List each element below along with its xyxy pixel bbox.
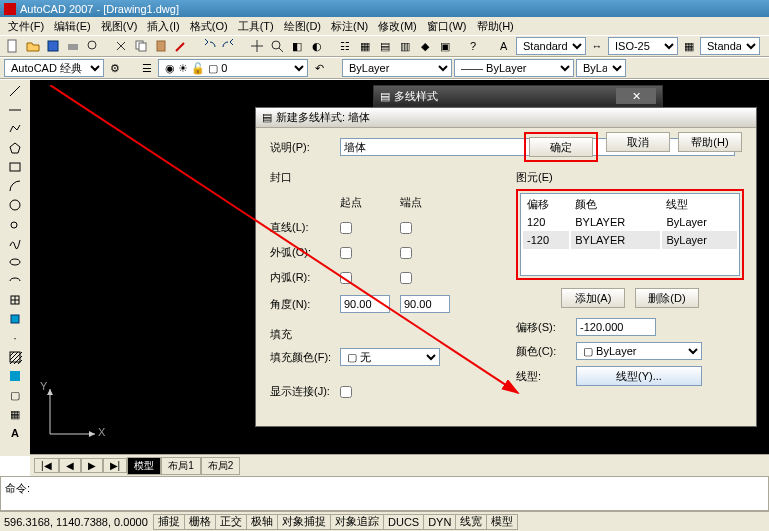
block-icon[interactable]: [6, 310, 24, 328]
menu-view[interactable]: 视图(V): [97, 19, 142, 34]
add-button[interactable]: 添加(A): [561, 288, 625, 308]
xline-icon[interactable]: [6, 101, 24, 119]
workspace-select[interactable]: AutoCAD 经典: [4, 59, 104, 77]
lineweight-select[interactable]: ByLa: [576, 59, 626, 77]
markup-icon[interactable]: ◆: [416, 37, 434, 55]
status-ducs[interactable]: DUCS: [383, 514, 424, 530]
menu-insert[interactable]: 插入(I): [143, 19, 183, 34]
caps-inner-end-check[interactable]: [400, 272, 412, 284]
arc-icon[interactable]: [6, 177, 24, 195]
elem-color-select[interactable]: ▢ ByLayer: [576, 342, 702, 360]
status-model[interactable]: 模型: [486, 514, 518, 530]
caps-line-start-check[interactable]: [340, 222, 352, 234]
menu-edit[interactable]: 编辑(E): [50, 19, 95, 34]
status-osnap[interactable]: 对象捕捉: [277, 514, 331, 530]
tab-model[interactable]: 模型: [127, 457, 161, 475]
menu-dim[interactable]: 标注(N): [327, 19, 372, 34]
menu-file[interactable]: 文件(F): [4, 19, 48, 34]
dcenter-icon[interactable]: ▦: [356, 37, 374, 55]
toolpal-icon[interactable]: ▤: [376, 37, 394, 55]
help-icon[interactable]: ?: [464, 37, 482, 55]
polygon-icon[interactable]: [6, 139, 24, 157]
zoom-prev-icon[interactable]: ◐: [308, 37, 326, 55]
offset-input[interactable]: [576, 318, 656, 336]
status-ortho[interactable]: 正交: [215, 514, 247, 530]
dimstyle-select[interactable]: ISO-25: [608, 37, 678, 55]
revcloud-icon[interactable]: [6, 215, 24, 233]
status-snap[interactable]: 捕捉: [153, 514, 185, 530]
status-dyn[interactable]: DYN: [423, 514, 456, 530]
zoom-window-icon[interactable]: ◧: [288, 37, 306, 55]
tab-nav-next[interactable]: ▶: [81, 458, 103, 473]
status-otrack[interactable]: 对象追踪: [330, 514, 384, 530]
zoom-icon[interactable]: [268, 37, 286, 55]
line-icon[interactable]: [6, 82, 24, 100]
tab-layout1[interactable]: 布局1: [161, 457, 201, 475]
print-icon[interactable]: [64, 37, 82, 55]
ws-settings-icon[interactable]: ⚙: [106, 59, 124, 77]
color-select[interactable]: ByLayer: [342, 59, 452, 77]
spline-icon[interactable]: [6, 234, 24, 252]
sheet-icon[interactable]: ▥: [396, 37, 414, 55]
linetype-select[interactable]: —— ByLayer: [454, 59, 574, 77]
cut-icon[interactable]: [112, 37, 130, 55]
elements-table[interactable]: 偏移 颜色 线型 120BYLAYERByLayer -120BYLAYERBy…: [520, 193, 740, 276]
status-polar[interactable]: 极轴: [246, 514, 278, 530]
ok-button[interactable]: 确定: [529, 137, 593, 157]
pline-icon[interactable]: [6, 120, 24, 138]
showjoints-check[interactable]: [340, 386, 352, 398]
circle-icon[interactable]: [6, 196, 24, 214]
angle-start-input[interactable]: [340, 295, 390, 313]
properties-icon[interactable]: ☷: [336, 37, 354, 55]
fillcolor-select[interactable]: ▢ 无: [340, 348, 440, 366]
mtext-icon[interactable]: A: [6, 424, 24, 442]
caps-line-end-check[interactable]: [400, 222, 412, 234]
caps-inner-start-check[interactable]: [340, 272, 352, 284]
region-icon[interactable]: ▢: [6, 386, 24, 404]
pan-icon[interactable]: [248, 37, 266, 55]
menu-help[interactable]: 帮助(H): [473, 19, 518, 34]
caps-outer-end-check[interactable]: [400, 247, 412, 259]
tab-nav-last[interactable]: ▶|: [103, 458, 128, 473]
dimstyle-icon[interactable]: ↔: [588, 37, 606, 55]
table-row[interactable]: 120BYLAYERByLayer: [523, 215, 737, 229]
ellipsearc-icon[interactable]: [6, 272, 24, 290]
calc-icon[interactable]: ▣: [436, 37, 454, 55]
layer-prev-icon[interactable]: ↶: [310, 59, 328, 77]
angle-end-input[interactable]: [400, 295, 450, 313]
paste-icon[interactable]: [152, 37, 170, 55]
gradient-icon[interactable]: [6, 367, 24, 385]
undo-icon[interactable]: [200, 37, 218, 55]
menu-tools[interactable]: 工具(T): [234, 19, 278, 34]
menu-window[interactable]: 窗口(W): [423, 19, 471, 34]
match-icon[interactable]: [172, 37, 190, 55]
status-grid[interactable]: 栅格: [184, 514, 216, 530]
point-icon[interactable]: ·: [6, 329, 24, 347]
save-icon[interactable]: [44, 37, 62, 55]
menu-draw[interactable]: 绘图(D): [280, 19, 325, 34]
table-row[interactable]: -120BYLAYERByLayer: [523, 231, 737, 249]
help-button[interactable]: 帮助(H): [678, 132, 742, 152]
status-lwt[interactable]: 线宽: [455, 514, 487, 530]
menu-modify[interactable]: 修改(M): [374, 19, 421, 34]
tab-layout2[interactable]: 布局2: [201, 457, 241, 475]
open-icon[interactable]: [24, 37, 42, 55]
delete-button[interactable]: 删除(D): [635, 288, 699, 308]
preview-icon[interactable]: [84, 37, 102, 55]
table-icon[interactable]: ▦: [6, 405, 24, 423]
dlg1-close-icon[interactable]: ✕: [616, 88, 656, 104]
new-icon[interactable]: [4, 37, 22, 55]
tablestyle-icon[interactable]: ▦: [680, 37, 698, 55]
insert-icon[interactable]: [6, 291, 24, 309]
tab-nav-first[interactable]: |◀: [34, 458, 59, 473]
layer-select[interactable]: ◉ ☀ 🔓 ▢ 0: [158, 59, 308, 77]
cancel-button[interactable]: 取消: [606, 132, 670, 152]
tab-nav-prev[interactable]: ◀: [59, 458, 81, 473]
caps-outer-start-check[interactable]: [340, 247, 352, 259]
rect-icon[interactable]: [6, 158, 24, 176]
textstyle-icon[interactable]: A: [496, 37, 514, 55]
redo-icon[interactable]: [220, 37, 238, 55]
ellipse-icon[interactable]: [6, 253, 24, 271]
layer-prop-icon[interactable]: ☰: [138, 59, 156, 77]
linetype-button[interactable]: 线型(Y)...: [576, 366, 702, 386]
